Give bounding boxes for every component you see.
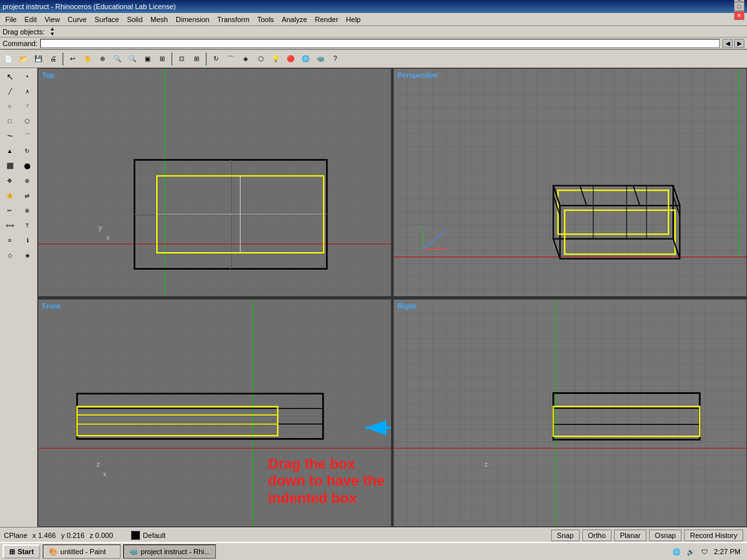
- mirror-btn[interactable]: ⇌: [19, 189, 36, 203]
- line-btn[interactable]: ╱: [1, 84, 18, 99]
- menu-file[interactable]: File: [1, 14, 21, 25]
- command-row: Command: ◀ ▶: [0, 38, 747, 49]
- tray-volume-icon: 🔊: [685, 546, 696, 557]
- cplane-label: CPlane: [4, 531, 27, 539]
- zoom-extent-btn[interactable]: ⊕: [95, 52, 110, 66]
- cmd-fwd-btn[interactable]: ▶: [734, 39, 744, 48]
- surface-btn[interactable]: ◈: [239, 52, 253, 66]
- polyline-btn[interactable]: ∧: [19, 84, 36, 99]
- material-swatch: [131, 531, 140, 540]
- zoom-out-btn[interactable]: 🔍: [125, 52, 139, 66]
- main-layout: ↖ • ╱ ∧ ○ ◜ □ ⬡ 〜 ⌒ ▲ ↻ ⬛ ⬤ ✥ ⊕: [0, 68, 747, 527]
- menu-mesh[interactable]: Mesh: [147, 14, 172, 25]
- revolve-btn[interactable]: ↻: [19, 144, 36, 158]
- trim-btn[interactable]: ✂: [1, 204, 18, 218]
- extrude-btn[interactable]: ▲: [1, 144, 18, 158]
- solid-btn[interactable]: ⬡: [254, 52, 268, 66]
- pt-snap-btn[interactable]: ◇: [1, 248, 18, 262]
- menu-render[interactable]: Render: [311, 14, 342, 25]
- curve-btn[interactable]: ⌒: [224, 52, 238, 66]
- new-btn[interactable]: 📄: [1, 52, 16, 66]
- menu-dimension[interactable]: Dimension: [172, 14, 213, 25]
- viewport-front[interactable]: Drag the boxdown to have theindented box…: [38, 299, 393, 528]
- front-viewport-label: Front: [42, 302, 60, 310]
- light-btn[interactable]: 💡: [268, 52, 283, 66]
- viewport-top[interactable]: x y: [38, 68, 393, 297]
- lt-row-5: 〜 ⌒: [1, 129, 36, 143]
- arc-btn[interactable]: ◜: [19, 99, 36, 113]
- coord-z: z 0.000: [89, 531, 113, 539]
- tb-sep-2: [171, 52, 172, 65]
- drag-objects-label: Drag objects:: [3, 28, 45, 36]
- pan-btn[interactable]: ✋: [80, 52, 95, 66]
- cmd-back-btn[interactable]: ◀: [722, 39, 733, 48]
- polygon-btn[interactable]: ⬡: [19, 114, 36, 128]
- move-btn[interactable]: ✥: [1, 174, 18, 188]
- snap-btn[interactable]: ⊡: [174, 52, 189, 66]
- lt-row-2: ╱ ∧: [1, 84, 36, 99]
- menu-surface[interactable]: Surface: [91, 14, 123, 25]
- grid-btn[interactable]: ⊞: [189, 52, 204, 66]
- zoom-all-btn[interactable]: ⊞: [155, 52, 169, 66]
- spline-btn[interactable]: 〜: [1, 129, 18, 143]
- viewport-right[interactable]: z Right: [393, 299, 747, 528]
- record-history-btn[interactable]: Record History: [684, 530, 743, 541]
- close-btn[interactable]: ✕: [734, 11, 744, 20]
- svg-line-18: [580, 185, 586, 205]
- front-viewport-svg: [38, 299, 391, 527]
- zoom-in-btn[interactable]: 🔍: [110, 52, 124, 66]
- copy-btn[interactable]: ⊕: [19, 174, 36, 188]
- menu-curve[interactable]: Curve: [64, 14, 90, 25]
- zoom-box-btn[interactable]: ▣: [140, 52, 154, 66]
- undo-btn[interactable]: ↩: [65, 52, 80, 66]
- lt-row-8: ✥ ⊕: [1, 174, 36, 188]
- point-btn[interactable]: •: [19, 69, 36, 84]
- menu-view[interactable]: View: [41, 14, 64, 25]
- start-button[interactable]: ⊞ Start: [3, 544, 40, 559]
- props-btn[interactable]: ℹ: [19, 233, 36, 248]
- rhino-btn[interactable]: 🦏: [313, 52, 327, 66]
- command-input[interactable]: [40, 39, 720, 48]
- help-btn[interactable]: ?: [328, 52, 342, 66]
- material-label: Default: [143, 531, 165, 539]
- system-tray: 🌐 🔊 🛡 2:27 PM: [667, 546, 744, 557]
- sphere-btn[interactable]: ⬤: [19, 159, 36, 173]
- lt-row-7: ⬛ ⬤: [1, 159, 36, 173]
- planar-btn[interactable]: Planar: [614, 530, 646, 541]
- rect-btn[interactable]: □: [1, 114, 18, 128]
- select-btn[interactable]: ↖: [1, 69, 18, 84]
- dim-btn[interactable]: ⟺: [1, 218, 18, 233]
- lt-row-12: ≡ ℹ: [1, 233, 36, 248]
- text-btn[interactable]: T: [19, 218, 36, 233]
- end-snap-btn[interactable]: ◈: [19, 248, 36, 262]
- rhino-label: project instruct - Rhi...: [141, 548, 210, 555]
- taskbar-paint[interactable]: 🎨 untitled - Paint: [43, 544, 121, 559]
- rotate-btn[interactable]: ↻: [209, 52, 223, 66]
- maximize-btn[interactable]: □: [734, 2, 744, 11]
- drag-arrow: [356, 412, 393, 445]
- menu-transform[interactable]: Transform: [213, 14, 254, 25]
- open-btn[interactable]: 📂: [16, 52, 30, 66]
- menu-analyze[interactable]: Analyze: [278, 14, 311, 25]
- join-btn[interactable]: ⊗: [19, 204, 36, 218]
- viewport-area: x y: [38, 68, 747, 527]
- scale-btn[interactable]: ★: [1, 189, 18, 203]
- taskbar-rhino[interactable]: 🦏 project instruct - Rhi...: [123, 544, 216, 559]
- osnap-btn[interactable]: Osnap: [649, 530, 682, 541]
- menu-edit[interactable]: Edit: [21, 14, 41, 25]
- taskbar: ⊞ Start 🎨 untitled - Paint 🦏 project ins…: [0, 542, 747, 560]
- menu-help[interactable]: Help: [342, 14, 365, 25]
- fillet-btn[interactable]: ⌒: [19, 129, 36, 143]
- box-btn[interactable]: ⬛: [1, 159, 18, 173]
- circle-btn[interactable]: ○: [1, 99, 18, 113]
- layer-btn[interactable]: ≡: [1, 233, 18, 248]
- material-btn[interactable]: 🔴: [283, 52, 298, 66]
- ortho-btn[interactable]: Ortho: [582, 530, 612, 541]
- print-btn[interactable]: 🖨: [46, 52, 60, 66]
- viewport-perspective[interactable]: y x z Perspective: [393, 68, 747, 297]
- render-btn[interactable]: 🌐: [298, 52, 313, 66]
- snap-btn[interactable]: Snap: [551, 530, 580, 541]
- menu-tools[interactable]: Tools: [254, 14, 278, 25]
- menu-solid[interactable]: Solid: [123, 14, 147, 25]
- save-btn[interactable]: 💾: [31, 52, 45, 66]
